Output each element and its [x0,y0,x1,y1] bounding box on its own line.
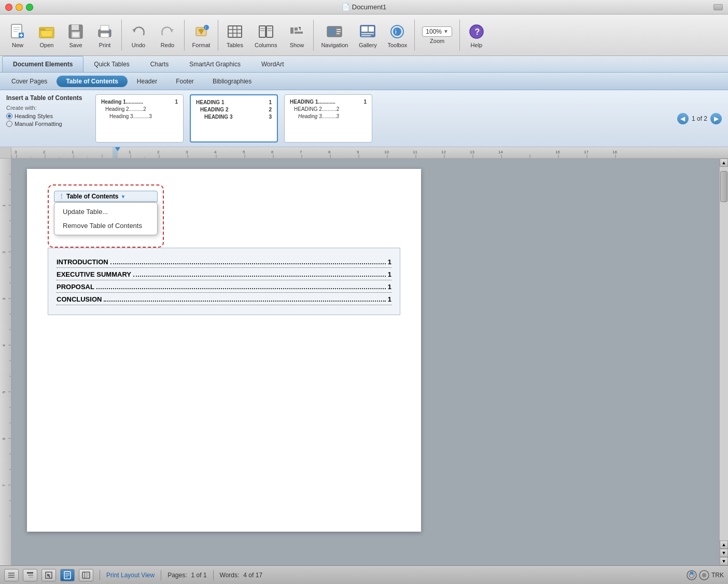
radio-manual-formatting[interactable]: Manual Formatting [6,121,89,127]
subtab-bibliographies[interactable]: Bibliographies [203,76,261,87]
toc-dots-2 [133,270,386,277]
scroll-down-small-btn[interactable]: ▼ [720,549,728,557]
toc-entry-page-executive: 1 [388,270,391,278]
svg-rect-131 [27,572,33,574]
title-text: Document1 [352,3,386,11]
svg-text:11: 11 [413,150,417,154]
svg-text:i: i [395,29,397,35]
toc-menu-remove[interactable]: Remove Table of Contents [54,219,157,233]
open-folder-icon [37,22,56,41]
tab-smartart[interactable]: SmartArt Graphics [179,56,251,72]
vertical-ruler: 1 2 3 4 5 6 [0,159,11,565]
svg-text:1: 1 [2,204,6,207]
minimize-button[interactable] [16,4,23,11]
subtab-header[interactable]: Header [128,76,166,87]
svg-marker-17 [132,29,136,32]
toolbar-tables[interactable]: Tables [221,20,248,50]
toc-next-btn[interactable]: ▶ [710,113,722,124]
toc-preview-1[interactable]: Heading 1............1 Heading 2........… [95,94,184,143]
sep2 [184,20,185,51]
toc-panel-left: Insert a Table of Contents Create with: … [6,94,89,143]
sub-tabs: Cover Pages Table of Contents Header Foo… [0,73,728,90]
status-right: TRK [687,570,724,580]
main-area: 1 2 3 4 5 6 [0,147,728,565]
svg-text:17: 17 [584,150,589,154]
maximize-button[interactable] [26,4,33,11]
scroll-down-btn[interactable]: ▼ [720,557,728,565]
svg-rect-127 [113,147,118,159]
toolbar-columns[interactable]: Columns [250,20,281,50]
svg-text:3: 3 [2,297,6,300]
subtab-table-of-contents[interactable]: Table of Contents [57,76,127,87]
view-btn-list[interactable] [4,569,19,581]
bookmark-icon [687,570,697,580]
toolbar-gallery[interactable]: Gallery [354,20,381,50]
undo-label: Undo [132,42,145,48]
tab-charts[interactable]: Charts [140,56,179,72]
svg-text:5: 5 [243,150,245,154]
title-icon: 📄 [342,3,350,11]
navigation-icon [325,22,344,41]
toc-content-box: INTRODUCTION 1 EXECUTIVE SUMMARY 1 PROPO… [48,248,400,315]
toolbar-zoom[interactable]: 100% ▼ Zoom [418,24,456,46]
toolbar-show[interactable]: ¶ Show [283,20,310,50]
toolbar-redo[interactable]: Redo [154,20,181,50]
p3-h1: HEADING 1............ [290,99,335,105]
columns-label: Columns [255,42,277,48]
tab-quick-tables[interactable]: Quick Tables [83,56,139,72]
svg-point-147 [702,573,706,577]
view-btn-cursor[interactable] [41,569,56,581]
resize-button[interactable] [713,4,723,10]
subtab-cover-pages[interactable]: Cover Pages [2,76,57,87]
subtab-footer[interactable]: Footer [166,76,203,87]
shield-icon [699,570,709,580]
toolbar-help[interactable]: ? Help [463,20,490,50]
scroll-up-btn[interactable]: ▲ [720,159,728,167]
svg-text:9: 9 [357,150,359,154]
gallery-label: Gallery [359,42,377,48]
toc-dots-3 [96,283,386,289]
view-btn-outline[interactable] [23,569,37,581]
page-scroll-area: ⋮ Table of Contents ▼ Update Table... [11,159,720,565]
toolbar-format[interactable]: i Format [188,20,215,50]
scroll-thumb[interactable] [720,171,727,202]
toc-create-with-label: Create with: [6,105,89,111]
format-icon: i [192,22,211,41]
navigation-label: Navigation [321,42,348,48]
svg-marker-18 [170,29,174,32]
view-btn-notebook[interactable] [79,569,93,581]
tab-document-elements[interactable]: Document Elements [2,56,83,72]
sep3 [218,20,218,51]
toolbar-new[interactable]: New [4,20,31,50]
view-btn-print-layout[interactable] [60,569,75,581]
close-button[interactable] [5,4,12,11]
p1-h3: Heading 3...........3 [109,113,152,119]
title-bar: 📄 Document1 [0,0,728,15]
window-controls[interactable] [5,4,33,11]
redo-icon [158,22,177,41]
toc-prev-btn[interactable]: ◀ [677,113,689,124]
toc-dropdown-icon[interactable]: ▼ [120,194,125,200]
scroll-track[interactable] [720,167,728,540]
scroll-up-small-btn[interactable]: ▲ [720,540,728,549]
toc-preview-2[interactable]: HEADING 11 HEADING 22 HEADING 33 [190,94,278,143]
ruler-corner [0,147,11,159]
toolbar-save[interactable]: Save [62,20,89,50]
toolbar-print[interactable]: Print [91,20,118,50]
svg-text:2: 2 [43,150,46,154]
toc-widget-header[interactable]: ⋮ Table of Contents ▼ [54,191,158,202]
show-icon: ¶ [287,22,306,41]
print-label: Print [99,42,111,48]
svg-text:2: 2 [157,150,160,154]
tab-wordart[interactable]: WordArt [251,56,295,72]
toolbar-navigation[interactable]: Navigation [317,20,352,50]
toc-menu-update[interactable]: Update Table... [54,205,157,219]
toolbar-toolbox[interactable]: i Toolbox [383,20,411,50]
ribbon-tabs: Document Elements Quick Tables Charts Sm… [0,56,728,73]
p2-h3: HEADING 3 [204,114,232,120]
radio-heading-styles[interactable]: Heading Styles [6,113,89,119]
sep1 [121,20,122,51]
toolbar-undo[interactable]: Undo [125,20,152,50]
toolbar-open[interactable]: Open [33,20,60,50]
toc-preview-3[interactable]: HEADING 1............1 HEADING 2........… [284,94,372,143]
